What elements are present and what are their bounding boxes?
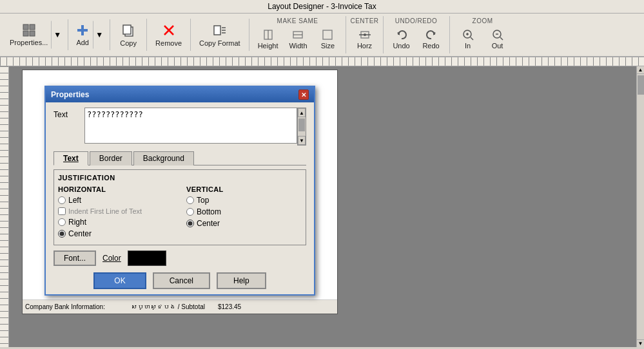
radio-left-row: Left <box>58 196 173 205</box>
tab-border-label: Border <box>99 154 122 163</box>
horz-button[interactable]: Horz <box>351 26 379 52</box>
height-icon <box>262 28 275 41</box>
width-button[interactable]: Width <box>284 26 312 52</box>
modal-backdrop: Properties ✕ Text ▲ ▼ <box>9 66 644 347</box>
text-field-label: Text <box>54 108 79 119</box>
svg-line-27 <box>471 37 473 40</box>
svg-rect-2 <box>23 31 28 36</box>
justification-title: JUSTIFICATION <box>58 174 302 182</box>
textarea-scrollbar[interactable]: ▲ ▼ <box>297 108 306 146</box>
font-color-row: Font... Color <box>54 250 306 266</box>
height-button[interactable]: Height <box>253 26 283 52</box>
properties-button[interactable]: Properties... ▼ <box>6 21 64 49</box>
dialog-close-button[interactable]: ✕ <box>298 90 309 100</box>
cancel-button[interactable]: Cancel <box>153 272 210 289</box>
ruler-horizontal <box>0 57 644 66</box>
horizontal-label: HORIZONTAL <box>58 185 173 193</box>
color-swatch[interactable] <box>128 250 166 266</box>
help-button[interactable]: Help <box>217 272 266 289</box>
ok-button[interactable]: OK <box>93 272 146 289</box>
zoom-in-button[interactable]: In <box>454 26 482 52</box>
zoom-label: ZOOM <box>473 17 493 24</box>
remove-button[interactable]: Remove <box>151 20 186 50</box>
tab-background[interactable]: Background <box>133 151 194 165</box>
svg-rect-1 <box>30 24 35 30</box>
indent-label: Indent First Line of Text <box>68 207 142 215</box>
remove-icon <box>161 23 177 38</box>
zoom-out-button[interactable]: Out <box>483 26 512 52</box>
tab-text[interactable]: Text <box>54 151 88 165</box>
grid-icon <box>22 23 36 39</box>
chevron-down-icon: ▼ <box>54 30 61 39</box>
radio-right-row: Right <box>58 218 173 227</box>
text-input[interactable] <box>84 108 297 144</box>
size-icon <box>321 28 334 41</box>
copy-icon <box>121 23 136 38</box>
size-label: Size <box>321 42 335 50</box>
tab-border[interactable]: Border <box>90 151 132 165</box>
dialog-titlebar: Properties ✕ <box>46 87 314 102</box>
properties-label: Properties... <box>10 39 48 46</box>
radio-top[interactable] <box>186 196 194 204</box>
undo-button[interactable]: Undo <box>387 26 416 52</box>
redo-button[interactable]: Redo <box>417 26 445 52</box>
copy-button[interactable]: Copy <box>114 20 142 50</box>
radio-bottom-row: Bottom <box>186 207 302 216</box>
font-button[interactable]: Font... <box>54 250 96 266</box>
horz-label: Horz <box>357 42 372 50</box>
radio-right[interactable] <box>58 218 66 226</box>
height-label: Height <box>258 42 278 50</box>
radio-v-center[interactable] <box>186 220 194 227</box>
zoom-out-icon <box>491 28 504 41</box>
svg-rect-5 <box>77 29 88 32</box>
svg-rect-7 <box>123 25 131 34</box>
radio-h-center[interactable] <box>58 230 66 238</box>
dialog-buttons: OK Cancel Help <box>54 272 306 289</box>
radio-h-center-row: Center <box>58 229 173 238</box>
indent-checkbox[interactable] <box>58 207 66 215</box>
radio-bottom[interactable] <box>186 208 194 216</box>
radio-h-center-label: Center <box>68 229 92 238</box>
add-button[interactable]: Add ▼ <box>72 21 106 49</box>
add-icon <box>75 23 90 39</box>
radio-v-center-label: Center <box>197 219 220 228</box>
width-label: Width <box>289 42 307 50</box>
properties-dialog: Properties ✕ Text ▲ ▼ <box>44 86 315 296</box>
redo-icon <box>425 28 438 41</box>
color-label: Color <box>102 254 121 263</box>
undo-redo-label: UNDO/REDO <box>395 17 438 24</box>
textarea-scroll-down[interactable]: ▼ <box>298 136 306 145</box>
horz-icon <box>358 28 371 41</box>
dialog-tabs: Text Border Background <box>54 151 306 165</box>
size-button[interactable]: Size <box>313 26 342 52</box>
ok-label: OK <box>114 276 125 285</box>
radio-left[interactable] <box>58 196 66 204</box>
vertical-label: VERTICAL <box>186 185 302 193</box>
zoom-out-label: Out <box>492 42 503 50</box>
window-title: Layout Designer - 3-Invoice Tax <box>268 2 376 11</box>
zoom-in-label: In <box>465 42 471 50</box>
canvas-area: Company Bank Information: សប្ហស្ជបង / Su… <box>9 66 644 347</box>
cancel-label: Cancel <box>170 276 193 285</box>
textarea-scroll-up[interactable]: ▲ <box>298 108 306 117</box>
indent-option: Indent First Line of Text <box>58 207 173 215</box>
copy-format-button[interactable]: Copy Format <box>195 20 245 50</box>
zoom-in-icon <box>462 28 474 41</box>
copy-label: Copy <box>120 39 137 47</box>
svg-point-21 <box>364 33 366 36</box>
radio-right-label: Right <box>68 218 86 227</box>
add-label: Add <box>76 39 89 46</box>
tab-text-label: Text <box>63 154 79 163</box>
ruler-vertical <box>0 66 9 347</box>
copy-format-icon <box>212 23 228 38</box>
vertical-col: VERTICAL Top Bottom <box>186 185 302 241</box>
make-same-label: MAKE SAME <box>277 17 318 24</box>
undo-label: Undo <box>393 42 409 50</box>
redo-label: Redo <box>422 42 439 50</box>
radio-bottom-label: Bottom <box>197 207 221 216</box>
svg-rect-3 <box>30 31 35 36</box>
undo-icon <box>395 28 408 41</box>
tab-background-label: Background <box>143 154 184 163</box>
center-section-label: CENTER <box>350 17 378 24</box>
chevron-down-icon2: ▼ <box>95 30 103 39</box>
